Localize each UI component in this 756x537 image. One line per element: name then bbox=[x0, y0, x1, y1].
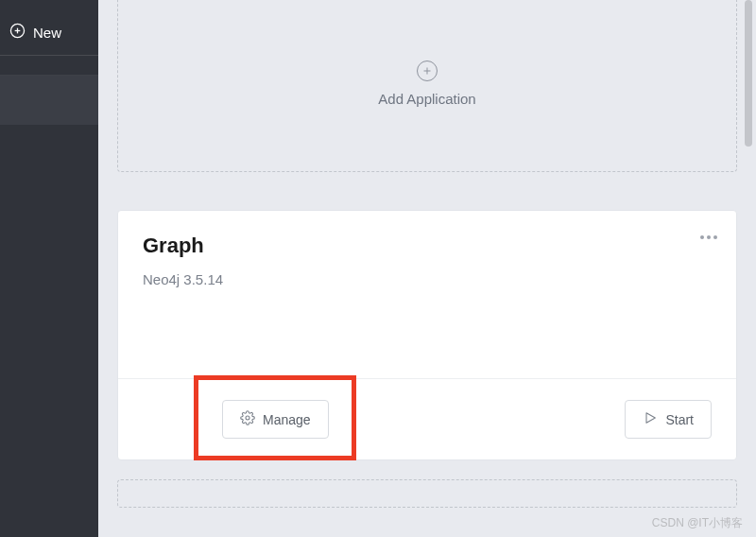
card-body bbox=[118, 297, 736, 378]
graph-card-footer: Manage Start bbox=[118, 378, 736, 459]
start-button-label: Start bbox=[665, 412, 694, 427]
svg-point-5 bbox=[246, 416, 249, 420]
add-application-card[interactable]: Add Application bbox=[117, 0, 737, 172]
graph-card-title: Graph bbox=[143, 234, 712, 258]
add-application-label: Add Application bbox=[378, 91, 475, 107]
add-card-placeholder[interactable] bbox=[117, 479, 737, 508]
gear-icon bbox=[240, 410, 255, 428]
manage-button[interactable]: Manage bbox=[222, 400, 329, 439]
graph-card: Graph Neo4j 3.5.14 bbox=[117, 210, 737, 460]
sidebar-item[interactable] bbox=[0, 76, 98, 125]
new-button[interactable]: New bbox=[0, 9, 98, 56]
graph-card-version: Neo4j 3.5.14 bbox=[143, 271, 712, 287]
main-content: Add Application Graph Neo4j 3.5.14 bbox=[98, 0, 756, 537]
sidebar: New bbox=[0, 0, 98, 537]
scrollbar-thumb[interactable] bbox=[745, 0, 752, 147]
svg-marker-6 bbox=[646, 413, 655, 424]
plus-circle-icon bbox=[9, 23, 26, 42]
start-button[interactable]: Start bbox=[625, 400, 712, 439]
manage-button-label: Manage bbox=[263, 412, 311, 427]
new-button-label: New bbox=[33, 25, 61, 41]
play-icon bbox=[643, 410, 658, 428]
more-options-icon[interactable] bbox=[700, 235, 717, 239]
plus-circle-icon bbox=[417, 61, 438, 81]
graph-card-header: Graph Neo4j 3.5.14 bbox=[118, 211, 736, 297]
